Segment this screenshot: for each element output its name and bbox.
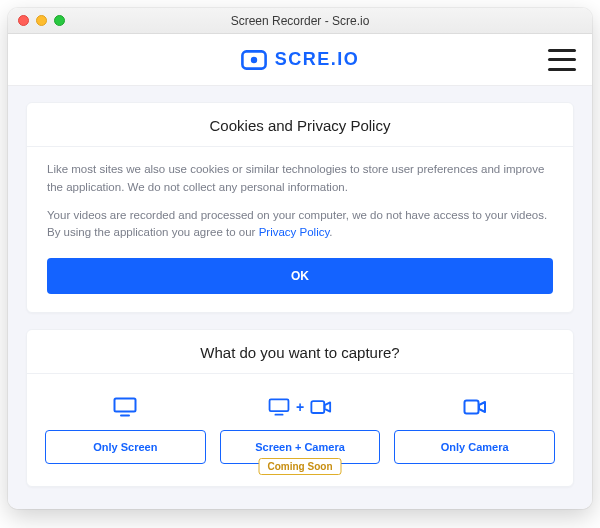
content-area: Cookies and Privacy Policy Like most sit… xyxy=(8,86,592,509)
logo-text: SCRE.IO xyxy=(275,49,360,70)
only-camera-button[interactable]: Only Camera xyxy=(394,430,555,464)
plus-icon: + xyxy=(296,399,304,415)
cookies-card: Cookies and Privacy Policy Like most sit… xyxy=(26,102,574,313)
capture-option-both: + Screen + Camera Coming Soon xyxy=(220,392,381,464)
coming-soon-badge: Coming Soon xyxy=(259,458,342,475)
svg-point-1 xyxy=(251,56,257,62)
only-screen-button[interactable]: Only Screen xyxy=(45,430,206,464)
svg-rect-6 xyxy=(311,401,324,413)
svg-rect-4 xyxy=(269,400,288,412)
close-icon[interactable] xyxy=(18,15,29,26)
window-title: Screen Recorder - Scre.io xyxy=(8,14,592,28)
minimize-icon[interactable] xyxy=(36,15,47,26)
menu-icon[interactable] xyxy=(548,49,576,71)
svg-rect-2 xyxy=(115,399,136,412)
capture-option-camera: Only Camera xyxy=(394,392,555,464)
capture-heading: What do you want to capture? xyxy=(27,330,573,374)
cookies-body: Like most sites we also use cookies or s… xyxy=(27,147,573,312)
cookies-paragraph-2: Your videos are recorded and processed o… xyxy=(47,207,553,243)
window-controls xyxy=(18,15,65,26)
screen-icon xyxy=(113,392,137,422)
svg-rect-7 xyxy=(464,401,478,414)
privacy-policy-link[interactable]: Privacy Policy xyxy=(259,226,330,238)
cookies-heading: Cookies and Privacy Policy xyxy=(27,103,573,147)
logo-icon xyxy=(241,50,267,70)
camera-icon xyxy=(463,392,487,422)
titlebar: Screen Recorder - Scre.io xyxy=(8,8,592,34)
capture-options: Only Screen + Screen + Ca xyxy=(27,374,573,486)
screen-camera-icon: + xyxy=(268,392,332,422)
maximize-icon[interactable] xyxy=(54,15,65,26)
topbar: SCRE.IO xyxy=(8,34,592,86)
capture-card: What do you want to capture? Only Screen xyxy=(26,329,574,487)
ok-button[interactable]: OK xyxy=(47,258,553,294)
cookies-paragraph-1: Like most sites we also use cookies or s… xyxy=(47,161,553,197)
app-window: Screen Recorder - Scre.io SCRE.IO Cookie… xyxy=(8,8,592,509)
capture-option-screen: Only Screen xyxy=(45,392,206,464)
logo[interactable]: SCRE.IO xyxy=(241,49,360,70)
